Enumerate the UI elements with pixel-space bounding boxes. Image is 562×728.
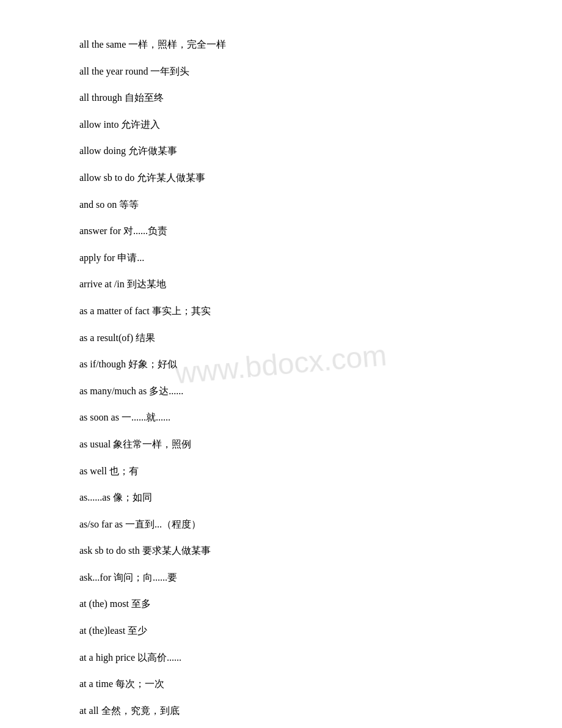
page-container: all the same 一样，照样，完全一样all the year roun… [0,0,562,728]
entry-text: ask...for 询问；向......要 [79,572,177,583]
entry-text: apply for 申请... [79,252,144,263]
entry-text: at (the)least 至少 [79,625,147,636]
list-item: all through 自始至终 [79,90,483,106]
entry-text: ask sb to do sth 要求某人做某事 [79,545,211,556]
list-item: allow sb to do 允许某人做某事 [79,170,483,186]
list-item: as well 也；有 [79,463,483,479]
list-item: allow into 允许进入 [79,117,483,133]
entry-text: at a high price 以高价...... [79,652,181,663]
list-item: and so on 等等 [79,197,483,213]
list-item: all the same 一样，照样，完全一样 [79,37,483,53]
entry-text: allow into 允许进入 [79,119,160,130]
entry-text: as many/much as 多达...... [79,386,183,396]
list-item: ask sb to do sth 要求某人做某事 [79,543,483,559]
entry-text: at (the) most 至多 [79,598,151,609]
entry-text: and so on 等等 [79,199,139,210]
entry-text: at a time 每次；一次 [79,678,164,689]
list-item: at (the) most 至多 [79,596,483,612]
entry-text: as/so far as 一直到...（程度） [79,519,201,529]
entry-text: as a result(of) 结果 [79,333,155,343]
list-item: at a time 每次；一次 [79,676,483,692]
list-item: as usual 象往常一样，照例 [79,436,483,452]
entry-text: allow sb to do 允许某人做某事 [79,172,205,183]
list-item: all the year round 一年到头 [79,64,483,79]
list-item: answer for 对......负责 [79,223,483,239]
entry-text: as well 也；有 [79,466,139,476]
list-item: as if/though 好象；好似 [79,356,483,372]
list-item: at all 全然，究竟，到底 [79,703,483,719]
entry-text: as......as 像；如同 [79,492,152,502]
list-item: arrive at /in 到达某地 [79,276,483,292]
list-item: as many/much as 多达...... [79,383,483,399]
list-item: allow doing 允许做某事 [79,143,483,159]
entry-text: allow doing 允许做某事 [79,145,177,156]
list-item: ask...for 询问；向......要 [79,570,483,586]
list-item: at (the)least 至少 [79,623,483,639]
entry-text: arrive at /in 到达某地 [79,279,166,289]
list-item: as a matter of fact 事实上；其实 [79,303,483,319]
entry-text: as a matter of fact 事实上；其实 [79,306,211,316]
entry-text: at all 全然，究竟，到底 [79,705,180,716]
entry-text: as soon as 一......就...... [79,412,170,422]
list-item: as soon as 一......就...... [79,410,483,425]
list-item: as......as 像；如同 [79,490,483,506]
entry-text: as if/though 好象；好似 [79,359,177,369]
entry-text: all the year round 一年到头 [79,66,189,76]
entry-text: answer for 对......负责 [79,226,167,236]
entry-text: as usual 象往常一样，照例 [79,439,191,449]
entry-text: all through 自始至终 [79,92,164,103]
list-item: as a result(of) 结果 [79,330,483,346]
list-item: apply for 申请... [79,250,483,266]
list-item: as/so far as 一直到...（程度） [79,517,483,532]
list-item: at a high price 以高价...... [79,650,483,666]
entry-text: all the same 一样，照样，完全一样 [79,39,226,50]
